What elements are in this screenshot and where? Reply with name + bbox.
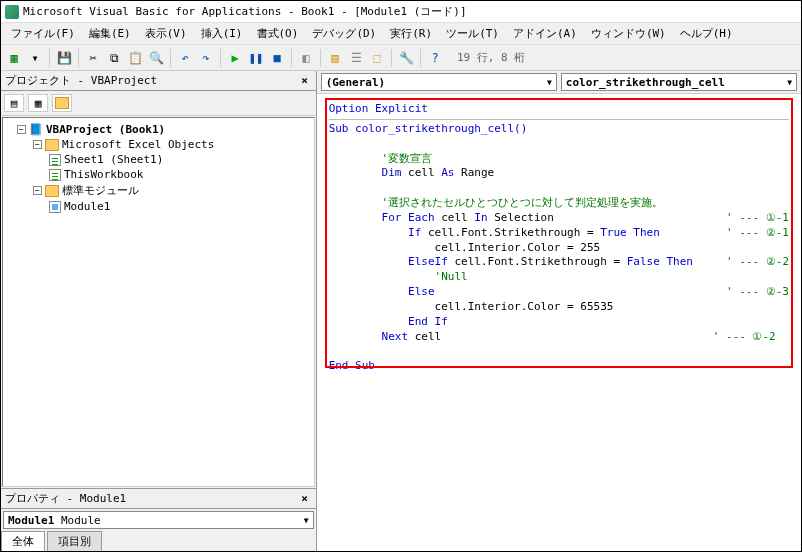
tree-modules-folder[interactable]: − 標準モジュール [7,182,310,199]
properties-panel-title-bar: プロパティ - Module1 × [1,489,316,509]
close-icon[interactable]: × [298,74,312,88]
separator [220,49,221,67]
menu-edit[interactable]: 編集(E) [83,24,137,43]
project-toolbar: ▤ ▦ [1,91,316,116]
tree-root-label: VBAProject (Book1) [46,123,165,136]
tree-objects-folder[interactable]: − Microsoft Excel Objects [7,137,310,152]
menu-debug[interactable]: デバッグ(D) [306,24,382,43]
chevron-down-icon: ▼ [547,78,552,87]
project-panel-title: プロジェクト - VBAProject [5,73,157,88]
run-icon[interactable]: ▶ [226,49,244,67]
sheet-icon [49,154,61,166]
separator [170,49,171,67]
separator [320,49,321,67]
design-icon[interactable]: ◧ [297,49,315,67]
toolbox-icon[interactable]: 🔧 [397,49,415,67]
menu-view[interactable]: 表示(V) [139,24,193,43]
properties-panel-title: プロパティ - Module1 [5,491,126,506]
tree-thisworkbook[interactable]: ThisWorkbook [7,167,310,182]
paste-icon[interactable]: 📋 [126,49,144,67]
tree-modules-label: 標準モジュール [62,183,139,198]
expander-icon[interactable]: − [33,186,42,195]
excel-icon[interactable]: ▦ [5,49,23,67]
window-title: Microsoft Visual Basic for Applications … [23,4,467,19]
stop-icon[interactable]: ■ [268,49,286,67]
close-icon[interactable]: × [298,492,312,506]
undo-icon[interactable]: ↶ [176,49,194,67]
project-panel-title-bar: プロジェクト - VBAProject × [1,71,316,91]
object-dropdown-value: (General) [326,76,386,89]
separator [391,49,392,67]
tab-category[interactable]: 項目別 [47,531,102,551]
separator [291,49,292,67]
save-icon[interactable]: 💾 [55,49,73,67]
folder-icon [45,139,59,151]
browser-icon[interactable]: ⬚ [368,49,386,67]
toolbar: ▦ ▾ 💾 ✂ ⧉ 📋 🔍 ↶ ↷ ▶ ❚❚ ■ ◧ ▤ ☰ ⬚ 🔧 ? 19 … [1,45,801,71]
tab-all[interactable]: 全体 [1,531,45,551]
properties-tabs: 全体 項目別 [1,531,316,551]
help-icon[interactable]: ? [426,49,444,67]
separator [420,49,421,67]
find-icon[interactable]: 🔍 [147,49,165,67]
dropdown-icon[interactable]: ▾ [26,49,44,67]
tree-objects-label: Microsoft Excel Objects [62,138,214,151]
copy-icon[interactable]: ⧉ [105,49,123,67]
separator [49,49,50,67]
tree-module1-label: Module1 [64,200,110,213]
menu-help[interactable]: ヘルプ(H) [674,24,739,43]
title-bar: Microsoft Visual Basic for Applications … [1,1,801,23]
module-icon [49,201,61,213]
properties-icon[interactable]: ☰ [347,49,365,67]
menu-bar: ファイル(F) 編集(E) 表示(V) 挿入(I) 書式(O) デバッグ(D) … [1,23,801,45]
tree-sheet1-label: Sheet1 (Sheet1) [64,153,163,166]
line-col-status: 19 行, 8 桁 [457,50,525,65]
redo-icon[interactable]: ↷ [197,49,215,67]
pause-icon[interactable]: ❚❚ [247,49,265,67]
tree-root[interactable]: − 📘 VBAProject (Book1) [7,122,310,137]
tree-sheet1[interactable]: Sheet1 (Sheet1) [7,152,310,167]
vba-project-icon: 📘 [29,123,43,136]
tree-module1[interactable]: Module1 [7,199,310,214]
menu-tool[interactable]: ツール(T) [440,24,505,43]
menu-file[interactable]: ファイル(F) [5,24,81,43]
menu-window[interactable]: ウィンドウ(W) [585,24,672,43]
menu-insert[interactable]: 挿入(I) [195,24,249,43]
project-icon[interactable]: ▤ [326,49,344,67]
procedure-dropdown[interactable]: color_strikethrough_cell ▼ [561,73,797,91]
code-editor[interactable]: Option ExplicitSub color_strikethrough_c… [317,94,801,382]
menu-run[interactable]: 実行(R) [384,24,438,43]
folder-icon [45,185,59,197]
folder-toggle-icon[interactable] [52,94,72,112]
chevron-down-icon: ▼ [304,516,309,525]
view-object-icon[interactable]: ▦ [28,94,48,112]
view-code-icon[interactable]: ▤ [4,94,24,112]
tree-thisworkbook-label: ThisWorkbook [64,168,143,181]
separator [78,49,79,67]
chevron-down-icon: ▼ [787,78,792,87]
expander-icon[interactable]: − [33,140,42,149]
expander-icon[interactable]: − [17,125,26,134]
properties-object-select[interactable]: Module1 Module ▼ [3,511,314,529]
procedure-dropdown-value: color_strikethrough_cell [566,76,725,89]
cut-icon[interactable]: ✂ [84,49,102,67]
app-icon [5,5,19,19]
sheet-icon [49,169,61,181]
object-dropdown[interactable]: (General) ▼ [321,73,557,91]
project-tree[interactable]: − 📘 VBAProject (Book1) − Microsoft Excel… [2,117,315,487]
menu-format[interactable]: 書式(O) [251,24,305,43]
menu-addin[interactable]: アドイン(A) [507,24,583,43]
